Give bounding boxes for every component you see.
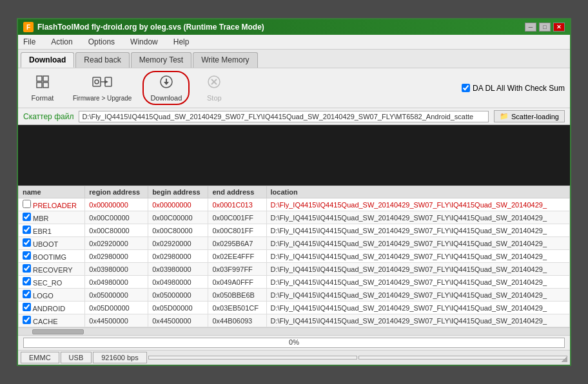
progress-label: 0% <box>24 338 564 346</box>
close-button[interactable]: ✕ <box>553 23 565 32</box>
download-icon <box>159 74 174 93</box>
firmware-button[interactable]: Firmware > Upgrade <box>67 72 137 105</box>
table-cell-location: D:\Fly_IQ4415\IQ4415Quad_SW_20140429_SW0… <box>266 289 569 302</box>
col-begin: begin address <box>148 186 208 198</box>
content-area: name region address begin address end ad… <box>18 125 570 335</box>
table-cell-name: CACHE <box>19 314 85 327</box>
black-area <box>18 125 570 186</box>
row-checkbox-7[interactable] <box>23 290 31 298</box>
table-cell-begin: 0x02980000 <box>148 250 208 263</box>
row-checkbox-9[interactable] <box>23 316 31 324</box>
svg-rect-2 <box>37 82 42 88</box>
format-button[interactable]: Format <box>23 71 62 105</box>
table-cell-location: D:\Fly_IQ4415\IQ4415Quad_SW_20140429_SW0… <box>266 263 569 276</box>
table-cell-region: 0x00000000 <box>85 198 148 211</box>
table-cell-name: UBOOT <box>19 237 85 250</box>
table-cell-region: 0x05000000 <box>85 289 148 302</box>
scatter-loading-button[interactable]: 📁 Scatter-loading <box>494 110 565 122</box>
svg-marker-11 <box>164 82 169 85</box>
row-checkbox-0[interactable] <box>23 200 31 208</box>
table-cell-name: ANDROID <box>19 302 85 314</box>
table-cell-region: 0x02920000 <box>85 237 148 250</box>
table-cell-region: 0x03980000 <box>85 263 148 276</box>
table-cell-location: D:\Fly_IQ4415\IQ4415Quad_SW_20140429_SW0… <box>266 314 569 327</box>
row-checkbox-2[interactable] <box>23 226 31 234</box>
scrollbar-thumb[interactable] <box>32 329 84 334</box>
row-checkbox-8[interactable] <box>23 303 31 311</box>
da-checkbox[interactable] <box>462 84 470 92</box>
table-cell-region: 0x00C80000 <box>85 224 148 237</box>
scatter-label: Скаттер файл <box>23 112 74 121</box>
row-checkbox-6[interactable] <box>23 277 31 285</box>
menu-help[interactable]: Help <box>171 36 192 48</box>
table-cell-location: D:\Fly_IQ4415\IQ4415Quad_SW_20140429_SW0… <box>266 237 569 250</box>
scatter-path: D:\Fly_IQ4415\IQ4415Quad_SW_20140429_SW0… <box>79 111 489 122</box>
col-name: name <box>19 186 85 198</box>
table-cell-name: MBR <box>19 211 85 224</box>
tab-download[interactable]: Download <box>21 52 74 68</box>
table-cell-end: 0x050BBE6B <box>208 289 266 302</box>
window-title: FlashToolMod fly-droid.org by oleg.svs (… <box>37 23 264 32</box>
status-extra1 <box>148 356 357 360</box>
tabs-bar: Download Read back Memory Test Write Mem… <box>18 50 570 68</box>
table-cell-end: 0x03F997FF <box>208 263 266 276</box>
table-cell-location: D:\Fly_IQ4415\IQ4415Quad_SW_20140429_SW0… <box>266 224 569 237</box>
row-checkbox-3[interactable] <box>23 238 31 247</box>
col-location: location <box>266 186 569 198</box>
download-button[interactable]: Download <box>142 71 190 105</box>
title-bar: F FlashToolMod fly-droid.org by oleg.svs… <box>18 19 570 35</box>
da-checkbox-area: DA DL All With Check Sum <box>462 84 565 93</box>
table-cell-end: 0x0295B6A7 <box>208 237 266 250</box>
table-cell-name: BOOTIMG <box>19 250 85 263</box>
tab-writememory[interactable]: Write Memory <box>193 52 257 68</box>
firmware-table: name region address begin address end ad… <box>18 186 570 327</box>
title-controls: ─ □ ✕ <box>525 23 565 32</box>
table-cell-location: D:\Fly_IQ4415\IQ4415Quad_SW_20140429_SW0… <box>266 198 569 211</box>
progress-area: 0% <box>18 335 570 350</box>
status-extra2 <box>358 356 567 360</box>
horizontal-scrollbar[interactable] <box>18 327 570 335</box>
row-checkbox-1[interactable] <box>23 213 31 221</box>
table-cell-end: 0x44B06093 <box>208 314 266 327</box>
table-cell-name: PRELOADER <box>19 198 85 211</box>
minimize-button[interactable]: ─ <box>525 23 536 32</box>
menu-window[interactable]: Window <box>128 36 161 48</box>
table-cell-location: D:\Fly_IQ4415\IQ4415Quad_SW_20140429_SW0… <box>266 211 569 224</box>
stop-icon <box>206 74 222 93</box>
svg-rect-4 <box>93 77 101 86</box>
table-cell-begin: 0x04980000 <box>148 276 208 289</box>
svg-point-5 <box>95 80 99 84</box>
menu-options[interactable]: Options <box>86 36 117 48</box>
app-icon: F <box>23 22 34 32</box>
table-cell-location: D:\Fly_IQ4415\IQ4415Quad_SW_20140429_SW0… <box>266 250 569 263</box>
tab-readback[interactable]: Read back <box>75 52 129 68</box>
table-cell-begin: 0x05D00000 <box>148 302 208 314</box>
resize-handle[interactable] <box>561 356 569 363</box>
table-cell-end: 0x03EB501CF <box>208 302 266 314</box>
download-label: Download <box>150 94 182 102</box>
format-icon <box>35 74 50 93</box>
table-cell-begin: 0x03980000 <box>148 263 208 276</box>
status-emmc: EMMC <box>21 352 59 363</box>
col-end: end address <box>208 186 266 198</box>
progress-bar: 0% <box>23 338 565 348</box>
menubar: File Action Options Window Help <box>18 35 570 50</box>
maximize-button[interactable]: □ <box>539 23 551 32</box>
row-checkbox-4[interactable] <box>23 251 31 260</box>
status-bps: 921600 bps <box>93 352 147 363</box>
svg-rect-3 <box>43 82 48 88</box>
table-cell-begin: 0x00C00000 <box>148 211 208 224</box>
stop-button[interactable]: Stop <box>195 71 233 105</box>
table-cell-end: 0x02EE4FFF <box>208 250 266 263</box>
status-bar: EMMC USB 921600 bps <box>18 350 570 365</box>
folder-icon: 📁 <box>500 112 509 120</box>
menu-file[interactable]: File <box>21 36 38 48</box>
table-cell-end: 0x00C001FF <box>208 211 266 224</box>
row-checkbox-5[interactable] <box>23 264 31 273</box>
tab-memorytest[interactable]: Memory Test <box>131 52 191 68</box>
scatter-button-label: Scatter-loading <box>511 113 559 120</box>
menu-action[interactable]: Action <box>48 36 75 48</box>
table-cell-region: 0x00C00000 <box>85 211 148 224</box>
table-area: name region address begin address end ad… <box>18 186 570 327</box>
status-usb: USB <box>61 352 92 363</box>
